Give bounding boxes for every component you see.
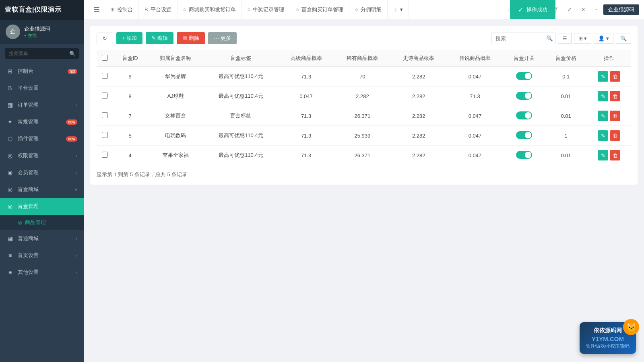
row-edit-button[interactable]: ✎ [598,150,608,160]
action-buttons: ✎ 🗑 [592,130,626,141]
sidebar-menu: ⊞ 控制台 hot B 平台设置 ▦ 订单管理 ‹ ✦ 常规管理 new ⬡ 插… [0,63,84,362]
search-button[interactable]: 🔍 [546,35,553,41]
minimize-button[interactable]: − [591,5,602,14]
toggle-switch[interactable] [516,131,532,139]
row-delete-button[interactable]: 🗑 [610,150,620,160]
sidebar-item-platform[interactable]: B 平台设置 [0,80,84,97]
more-button[interactable]: ⋯ 更多 [208,32,237,44]
action-buttons: ✎ 🗑 [592,111,626,121]
toggle-track[interactable] [516,151,532,159]
cell-switch [503,146,545,165]
cell-rate-rare: 26.371 [334,106,390,126]
edit-button[interactable]: ✎ 编辑 [146,32,173,44]
tab-dashboard[interactable]: ⊞ 控制台 [105,0,139,19]
toggle-switch[interactable] [516,92,532,100]
table-row: 8 AJ球鞋 最高可优惠110.4元 0.047 2.282 2.282 71.… [97,86,631,106]
tab-platform[interactable]: B 平台设置 [139,0,178,19]
toggle-track[interactable] [516,111,532,119]
chevron-icon: ‹ [76,103,77,107]
user-status: 在线 [24,33,50,39]
toggle-track[interactable] [516,131,532,139]
col-price: 盲盒价格 [545,50,587,67]
toggle-switch[interactable] [516,72,532,80]
row-delete-button[interactable]: 🗑 [610,111,620,121]
user-info: 企业猫源码 在线 [24,25,50,39]
new-badge-plugin: new [66,136,77,142]
tab-more[interactable]: ⋮ ▾ [388,0,409,19]
cell-rate-legend: 0.047 [447,67,503,86]
row-edit-button[interactable]: ✎ [598,71,608,82]
close-button[interactable]: ✕ [577,5,589,14]
toggle-track[interactable] [516,72,532,80]
action-buttons: ✎ 🗑 [592,91,626,101]
cell-id: 4 [113,146,147,165]
sidebar-item-order[interactable]: ▦ 订单管理 ‹ [0,97,84,113]
cell-id: 8 [113,86,147,106]
user-view-icon: 👤 ▾ [598,35,609,41]
sidebar-item-label: 控制台 [18,68,66,75]
sidebar-item-label: 盲盒商城 [18,186,74,193]
sidebar-item-normal-shop[interactable]: ▦ 普通商城 ‹ [0,230,84,247]
row-edit-button[interactable]: ✎ [598,130,608,141]
row-delete-button[interactable]: 🗑 [610,71,620,82]
sidebar-item-label: 盲盒管理 [18,203,77,210]
row-checkbox-9[interactable] [102,73,108,79]
toggle-switch[interactable] [516,111,532,119]
table-header-row: 盲盒ID 归属盲盒名称 盲盒标签 高级商品概率 稀有商品概率 史诗商品概率 传说… [97,50,631,67]
sidebar-item-goods-mgmt[interactable]: ◎ 商品管理 [0,215,84,230]
cell-tag: 最高可优惠110.4元 [204,146,278,165]
toggle-track[interactable] [516,92,532,100]
add-button[interactable]: + 添加 [116,32,142,44]
tab-blind-order[interactable]: ○ 盲盒购买订单管理 [290,0,349,19]
tab-shop-order[interactable]: ○ 商城购买和发货订单 [178,0,242,19]
row-edit-button[interactable]: ✎ [598,91,608,101]
home-settings-icon: ≡ [6,252,14,259]
row-checkbox-4[interactable] [102,152,108,158]
topnav: ☰ ⊞ 控制台 B 平台设置 ○ 商城购买和发货订单 ○ 中奖记录管理 ○ 盲盒… [84,0,644,19]
other-settings-icon: ≡ [6,269,14,276]
search-input[interactable] [491,33,555,44]
refresh-button[interactable]: ↻ [97,33,113,44]
grid-view-icon: ⊞ ▾ [578,35,587,41]
menu-toggle-icon[interactable]: ☰ [89,5,105,14]
tab-icon: ⊞ [110,6,115,12]
sidebar-search-input[interactable] [5,48,79,59]
tab-icon: ○ [355,6,358,12]
cell-name: 华为品牌 [147,67,204,86]
tab-label: 盲盒购买订单管理 [301,6,343,13]
sidebar-item-dashboard[interactable]: ⊞ 控制台 hot [0,63,84,80]
fullscreen-button[interactable]: ⤢ [564,5,576,14]
extra-search-button[interactable]: 🔍 [616,33,631,44]
sidebar-item-blind-shop[interactable]: ◎ 盲盒商城 ∨ [0,181,84,198]
data-table: 盲盒ID 归属盲盒名称 盲盒标签 高级商品概率 稀有商品概率 史诗商品概率 传说… [97,50,631,165]
order-icon: ▦ [6,102,14,108]
row-delete-button[interactable]: 🗑 [610,130,620,141]
row-edit-button[interactable]: ✎ [598,111,608,121]
sidebar-search-icon[interactable]: 🔍 [69,51,76,57]
tab-commission[interactable]: ○ 分佣明细 [349,0,388,19]
list-view-button[interactable]: ☰ [558,33,572,44]
row-checkbox-7[interactable] [102,112,108,118]
select-all-checkbox[interactable] [102,55,108,61]
col-action: 操作 [587,50,631,67]
sidebar-item-regular[interactable]: ✦ 常规管理 new [0,113,84,130]
close-icon: ✕ [581,7,585,12]
sidebar-item-member[interactable]: ◉ 会员管理 ‹ [0,164,84,181]
sidebar-item-plugin[interactable]: ⬡ 插件管理 new [0,130,84,147]
row-delete-button[interactable]: 🗑 [610,91,620,101]
delete-button[interactable]: 🗑 删除 [177,32,205,44]
sidebar-item-blind-mgmt[interactable]: ◎ 盲盒管理 [0,198,84,215]
tab-prize[interactable]: ○ 中奖记录管理 [242,0,291,19]
row-checkbox-8[interactable] [102,93,108,99]
delete-label: 🗑 删除 [182,35,200,42]
user-view-button[interactable]: 👤 ▾ [594,33,613,44]
cell-tag: 最高可优惠110.4元 [204,126,278,146]
cell-name: 电玩数码 [147,126,204,146]
toast-text: 操作成功 [526,6,547,13]
sidebar-item-other-settings[interactable]: ≡ 其他设置 ‹ [0,264,84,281]
sidebar-item-permission[interactable]: ◎ 权限管理 ‹ [0,147,84,164]
toggle-switch[interactable] [516,151,532,159]
sidebar-item-home-settings[interactable]: ≡ 首页设置 ‹ [0,247,84,264]
grid-view-button[interactable]: ⊞ ▾ [574,33,592,44]
row-checkbox-5[interactable] [102,132,108,138]
